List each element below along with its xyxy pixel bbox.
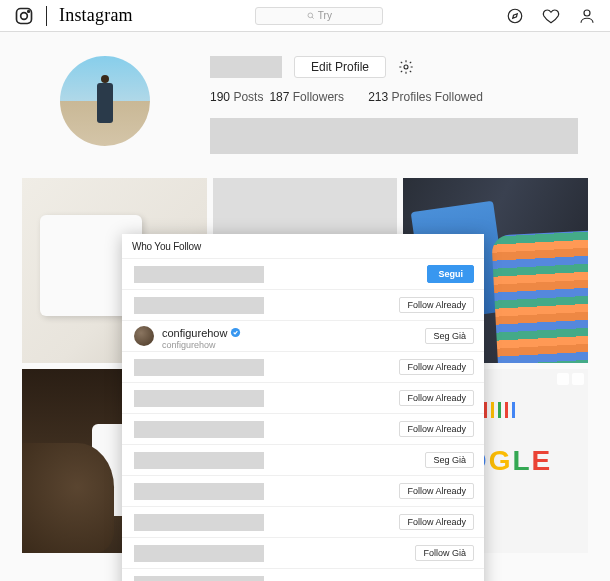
svg-marker-6 <box>513 13 518 18</box>
following-button[interactable]: Follow Already <box>399 390 474 406</box>
svg-point-7 <box>584 10 590 16</box>
follow-row <box>122 568 484 581</box>
svg-point-1 <box>21 12 28 19</box>
follow-row: Follow Already <box>122 506 484 537</box>
user-name-placeholder <box>134 297 264 314</box>
who-you-follow-modal: Who You Follow SeguiFollow Alreadyconfig… <box>122 234 484 581</box>
user-name-placeholder <box>134 390 264 407</box>
user-name-placeholder <box>134 421 264 438</box>
profile-avatar[interactable] <box>60 56 150 146</box>
following-button[interactable]: Follow Già <box>415 545 474 561</box>
follow-row: Follow Already <box>122 382 484 413</box>
following-button[interactable]: Follow Already <box>399 514 474 530</box>
edit-profile-button[interactable]: Edit Profile <box>294 56 386 78</box>
following-button[interactable]: Follow Already <box>399 359 474 375</box>
follow-button[interactable]: Segui <box>427 265 474 283</box>
posts-count: 190 <box>210 90 230 104</box>
username <box>210 56 282 78</box>
following-button[interactable]: Seg Già <box>425 328 474 344</box>
explore-icon[interactable] <box>506 7 524 25</box>
profile-stats: 190 Posts 187 Followers 213 Profiles Fol… <box>210 90 590 104</box>
profile-bio <box>210 118 578 154</box>
user-name-placeholder <box>134 514 264 531</box>
follow-row: Follow Already <box>122 413 484 444</box>
user-avatar[interactable] <box>134 326 154 346</box>
profile-icon[interactable] <box>578 7 596 25</box>
following-button[interactable]: Seg Già <box>425 452 474 468</box>
instagram-camera-icon[interactable] <box>14 6 34 26</box>
follow-row: Segui <box>122 258 484 289</box>
follow-row: Follow Already <box>122 475 484 506</box>
user-name-placeholder <box>134 266 264 283</box>
posts-label: Posts <box>233 90 263 104</box>
svg-point-2 <box>28 10 30 12</box>
following-button[interactable]: Follow Already <box>399 483 474 499</box>
search-icon <box>307 12 315 20</box>
activity-heart-icon[interactable] <box>542 7 560 25</box>
svg-point-8 <box>404 65 408 69</box>
search-input[interactable]: Try <box>255 7 383 25</box>
carousel-badge-icon <box>557 373 584 385</box>
followers-count[interactable]: 187 <box>269 90 289 104</box>
brand-wordmark[interactable]: Instagram <box>59 5 133 26</box>
following-label[interactable]: Profiles Followed <box>392 90 483 104</box>
follow-row: Follow Already <box>122 351 484 382</box>
follow-row: configurehowconfigurehowSeg Già <box>122 320 484 351</box>
profile-header: Edit Profile 190 Posts 187 Followers 213… <box>0 32 610 164</box>
following-button[interactable]: Follow Already <box>399 421 474 437</box>
page-content: Edit Profile 190 Posts 187 Followers 213… <box>0 32 610 553</box>
user-name-placeholder <box>134 576 264 582</box>
user-name[interactable]: configurehowconfigurehow <box>162 323 241 350</box>
user-name-placeholder <box>134 359 264 376</box>
followers-label[interactable]: Followers <box>293 90 344 104</box>
user-name-placeholder <box>134 545 264 562</box>
logo-divider <box>46 6 47 26</box>
svg-point-5 <box>508 9 522 23</box>
following-count[interactable]: 213 <box>368 90 388 104</box>
follow-row: Seg Già <box>122 444 484 475</box>
settings-gear-icon[interactable] <box>398 59 414 75</box>
modal-title: Who You Follow <box>122 234 484 258</box>
follow-row: Follow Già <box>122 537 484 568</box>
follow-list[interactable]: SeguiFollow Alreadyconfigurehowconfigure… <box>122 258 484 581</box>
search-placeholder: Try <box>318 10 332 21</box>
user-name-placeholder <box>134 483 264 500</box>
following-button[interactable]: Follow Already <box>399 297 474 313</box>
topbar: Instagram Try <box>0 0 610 32</box>
user-name-placeholder <box>134 452 264 469</box>
svg-point-3 <box>308 13 313 18</box>
svg-line-4 <box>312 17 314 19</box>
verified-badge-icon <box>230 327 241 338</box>
follow-row: Follow Already <box>122 289 484 320</box>
